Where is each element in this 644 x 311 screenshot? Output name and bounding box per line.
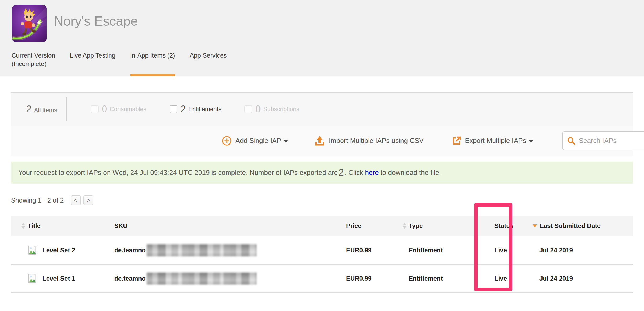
tab-live-app-testing[interactable]: Live App Testing	[70, 51, 115, 76]
filter-all-items[interactable]: 2 All Items	[26, 104, 57, 115]
prev-page-button[interactable]: <	[71, 195, 81, 205]
title-cell: Level Set 2	[11, 245, 114, 255]
showing-count-text: Showing 1 - 2 of 2	[11, 197, 64, 204]
all-items-count: 2	[26, 104, 31, 115]
upload-icon	[314, 135, 325, 146]
table-row-level-set-2[interactable]: Level Set 2 de.teamno EUR0.99 Entitlemen…	[11, 236, 633, 265]
table-row-level-set-1[interactable]: Level Set 1 de.teamno EUR0.99 Entitlemen…	[11, 265, 633, 293]
caret-down-icon	[284, 140, 288, 143]
entitlements-count: 2	[180, 104, 186, 115]
app-icon	[12, 5, 47, 42]
consumables-count: 0	[102, 104, 107, 115]
search-icon	[567, 136, 576, 145]
column-header-price: Price	[346, 222, 403, 230]
type-cell: Entitlement	[403, 275, 483, 282]
status-cell: Live	[483, 247, 533, 254]
import-multiple-iaps-button[interactable]: Import Multiple IAPs using CSV	[314, 135, 424, 146]
price-cell: EUR0.99	[346, 247, 403, 254]
next-page-button[interactable]: >	[83, 195, 93, 205]
tab-bar: Current Version (Incomplete) Live App Te…	[12, 51, 227, 76]
subscriptions-count: 0	[255, 104, 261, 115]
subscriptions-checkbox	[244, 105, 252, 113]
export-arrow-icon	[451, 136, 461, 146]
filter-consumables: 0 Consumables	[91, 104, 146, 115]
status-cell: Live	[483, 275, 533, 282]
tab-current-version[interactable]: Current Version (Incomplete)	[12, 51, 55, 76]
banner-text: . Click	[345, 169, 363, 177]
sort-desc-icon	[533, 224, 537, 227]
image-placeholder-icon	[28, 245, 38, 255]
download-file-link[interactable]: here	[365, 169, 379, 177]
table-header-row: Title SKU Price Type Status Last Submitt…	[11, 216, 633, 236]
column-header-type[interactable]: Type	[403, 222, 483, 230]
entitlements-checkbox[interactable]	[170, 105, 177, 113]
caret-down-icon	[529, 140, 533, 143]
column-header-last-submitted[interactable]: Last Submitted Date	[533, 222, 633, 230]
iap-toolbar: Add Single IAP Import Multiple IAPs usin…	[11, 126, 633, 156]
iap-table: Title SKU Price Type Status Last Submitt…	[11, 216, 633, 293]
sort-updown-icon	[403, 223, 406, 229]
tab-app-services[interactable]: App Services	[190, 51, 227, 76]
subscriptions-label: Subscriptions	[263, 106, 300, 113]
pagination-bar: Showing 1 - 2 of 2 < >	[11, 195, 93, 206]
plus-circle-icon	[222, 136, 232, 146]
consumables-checkbox	[91, 105, 99, 113]
entitlements-label: Entitlements	[188, 106, 222, 113]
filter-entitlements[interactable]: 2 Entitlements	[170, 104, 222, 115]
last-submitted-cell: Jul 24 2019	[533, 247, 633, 254]
column-header-status: Status	[483, 222, 533, 230]
banner-text: to download the file.	[381, 169, 441, 177]
redacted-sku-blur	[147, 273, 257, 285]
filter-subscriptions: 0 Subscriptions	[244, 104, 299, 115]
filter-divider	[66, 97, 67, 121]
redacted-sku-blur	[147, 244, 257, 256]
price-cell: EUR0.99	[346, 275, 403, 282]
search-iaps-box[interactable]	[562, 131, 644, 150]
image-placeholder-icon	[28, 274, 38, 284]
sort-updown-icon	[21, 223, 25, 229]
iap-type-filter-panel: 2 All Items 0 Consumables 2 Entitlements…	[11, 92, 633, 126]
page-title: Nory's Escape	[54, 14, 138, 29]
type-cell: Entitlement	[403, 247, 483, 254]
tab-in-app-items[interactable]: In-App Items (2)	[130, 51, 175, 76]
column-header-sku: SKU	[114, 222, 346, 230]
export-complete-banner: Your request to export IAPs on Wed, 24 J…	[11, 162, 633, 184]
last-submitted-cell: Jul 24 2019	[533, 275, 633, 282]
all-items-label: All Items	[34, 107, 57, 114]
norys-escape-app-icon	[12, 5, 47, 42]
banner-export-count: 2	[338, 167, 344, 178]
banner-text: Your request to export IAPs on Wed, 24 J…	[18, 169, 338, 177]
column-header-title[interactable]: Title	[11, 222, 114, 230]
consumables-label: Consumables	[110, 106, 146, 113]
export-multiple-iaps-button[interactable]: Export Multiple IAPs	[451, 136, 533, 146]
sku-cell: de.teamno	[114, 244, 346, 256]
title-cell: Level Set 1	[11, 274, 114, 284]
search-iaps-input[interactable]	[579, 137, 642, 145]
add-single-iap-button[interactable]: Add Single IAP	[222, 136, 288, 146]
sku-cell: de.teamno	[114, 273, 346, 285]
